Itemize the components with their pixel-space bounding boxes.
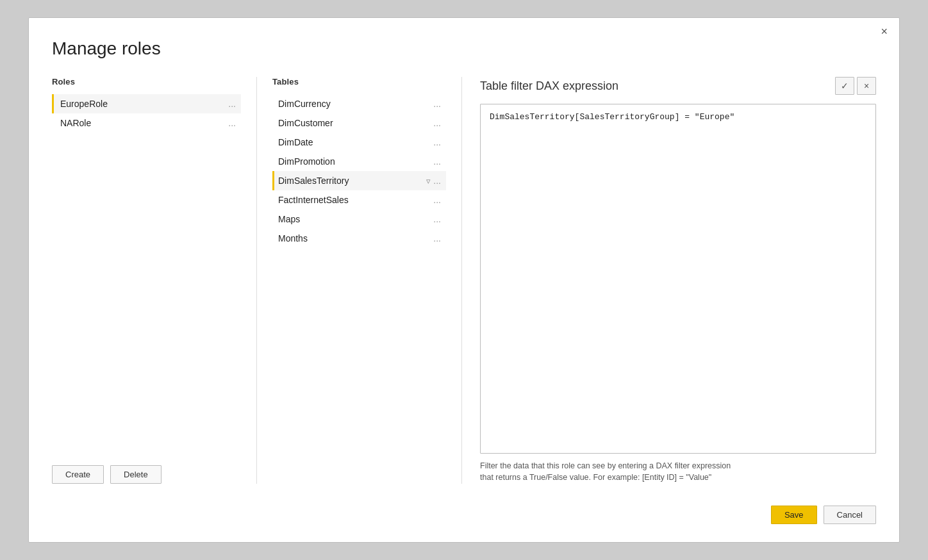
dialog-body: Roles EuropeRole ... NARole ... Create D… [52, 77, 876, 484]
table-menu-dots[interactable]: ... [433, 214, 441, 224]
table-item[interactable]: DimDate ... [272, 133, 446, 152]
role-label: EuropeRole [60, 99, 108, 109]
role-list: EuropeRole ... NARole ... [52, 94, 241, 447]
table-item-right: ... [433, 156, 441, 167]
dax-panel: Table filter DAX expression ✓ × Filter t… [462, 77, 876, 484]
table-item-dimsalesterritory[interactable]: DimSalesTerritory ▿ ... [272, 171, 446, 190]
table-item-right: ... [433, 233, 441, 243]
table-item[interactable]: DimPromotion ... [272, 152, 446, 171]
table-label: DimCurrency [278, 99, 331, 109]
dialog-footer: Save Cancel [52, 498, 876, 524]
table-label: Months [278, 233, 308, 243]
table-menu-dots[interactable]: ... [433, 176, 441, 186]
table-label: DimSalesTerritory [278, 176, 349, 186]
role-buttons: Create Delete [52, 465, 241, 484]
role-item[interactable]: EuropeRole ... [52, 94, 241, 113]
table-label: DimPromotion [278, 156, 335, 167]
dax-expression-editor[interactable] [480, 104, 876, 454]
dax-title: Table filter DAX expression [480, 79, 618, 93]
role-label: NARole [60, 118, 91, 128]
dax-confirm-button[interactable]: ✓ [835, 77, 854, 95]
table-item[interactable]: DimCustomer ... [272, 113, 446, 133]
dax-hint-line1: Filter the data that this role can see b… [480, 461, 731, 470]
table-label: DimCustomer [278, 118, 333, 128]
cancel-button[interactable]: Cancel [824, 506, 876, 524]
tables-header: Tables [272, 77, 446, 86]
table-item-months[interactable]: Months ... [272, 229, 446, 248]
table-label: FactInternetSales [278, 195, 349, 205]
role-item[interactable]: NARole ... [52, 113, 241, 133]
table-item[interactable]: DimCurrency ... [272, 94, 446, 113]
dax-hint: Filter the data that this role can see b… [480, 460, 852, 484]
table-item-right: ▿ ... [426, 176, 441, 186]
table-item-right: ... [433, 99, 441, 109]
table-menu-dots[interactable]: ... [433, 195, 441, 205]
manage-roles-dialog: × Manage roles Roles EuropeRole ... NARo… [28, 17, 900, 543]
filter-icon: ▿ [426, 176, 431, 186]
dax-hint-line2: that returns a True/False value. For exa… [480, 473, 711, 482]
table-menu-dots[interactable]: ... [433, 156, 441, 167]
table-item[interactable]: FactInternetSales ... [272, 190, 446, 210]
table-item-right: ... [433, 214, 441, 224]
save-button[interactable]: Save [771, 506, 817, 524]
dax-cancel-button[interactable]: × [857, 77, 876, 95]
role-menu-dots[interactable]: ... [228, 118, 236, 128]
table-menu-dots[interactable]: ... [433, 99, 441, 109]
close-button[interactable]: × [881, 26, 888, 37]
table-item[interactable]: Maps ... [272, 210, 446, 229]
table-menu-dots[interactable]: ... [433, 137, 441, 147]
roles-panel: Roles EuropeRole ... NARole ... Create D… [52, 77, 257, 484]
table-menu-dots[interactable]: ... [433, 233, 441, 243]
table-item-right: ... [433, 118, 441, 128]
role-menu-dots[interactable]: ... [228, 99, 236, 109]
tables-panel: Tables DimCurrency ... DimCustomer ... D… [257, 77, 462, 484]
table-list: DimCurrency ... DimCustomer ... DimDate … [272, 94, 446, 248]
table-label: Maps [278, 214, 300, 224]
dax-header: Table filter DAX expression ✓ × [480, 77, 876, 95]
dax-toolbar: ✓ × [835, 77, 876, 95]
delete-role-button[interactable]: Delete [110, 465, 162, 484]
table-menu-dots[interactable]: ... [433, 118, 441, 128]
table-item-right: ... [433, 195, 441, 205]
dialog-title: Manage roles [52, 38, 876, 59]
table-label: DimDate [278, 137, 313, 147]
table-item-right: ... [433, 137, 441, 147]
create-role-button[interactable]: Create [52, 465, 104, 484]
roles-header: Roles [52, 77, 241, 86]
